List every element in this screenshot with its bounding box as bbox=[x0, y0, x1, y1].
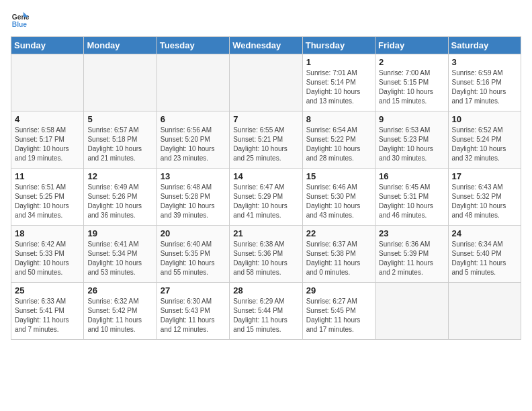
calendar-cell bbox=[157, 54, 229, 111]
day-info: Sunrise: 6:51 AM Sunset: 5:25 PM Dayligh… bbox=[15, 183, 80, 220]
day-number: 11 bbox=[15, 171, 80, 181]
day-number: 17 bbox=[452, 171, 517, 181]
day-info: Sunrise: 6:41 AM Sunset: 5:34 PM Dayligh… bbox=[87, 240, 152, 277]
calendar-cell: 23Sunrise: 6:36 AM Sunset: 5:39 PM Dayli… bbox=[375, 226, 448, 283]
day-info: Sunrise: 6:47 AM Sunset: 5:29 PM Dayligh… bbox=[233, 183, 298, 220]
day-info: Sunrise: 6:33 AM Sunset: 5:41 PM Dayligh… bbox=[15, 297, 80, 334]
weekday-header: Saturday bbox=[448, 37, 521, 54]
calendar-cell: 12Sunrise: 6:49 AM Sunset: 5:26 PM Dayli… bbox=[84, 169, 157, 226]
day-info: Sunrise: 7:01 AM Sunset: 5:14 PM Dayligh… bbox=[306, 68, 371, 106]
day-info: Sunrise: 6:30 AM Sunset: 5:43 PM Dayligh… bbox=[161, 297, 226, 334]
day-info: Sunrise: 6:52 AM Sunset: 5:24 PM Dayligh… bbox=[452, 126, 517, 163]
calendar-cell: 18Sunrise: 6:42 AM Sunset: 5:33 PM Dayli… bbox=[11, 226, 84, 283]
day-number: 3 bbox=[452, 57, 517, 67]
calendar-cell: 25Sunrise: 6:33 AM Sunset: 5:41 PM Dayli… bbox=[11, 283, 84, 340]
day-number: 12 bbox=[87, 171, 152, 181]
day-number: 18 bbox=[15, 228, 80, 238]
day-number: 4 bbox=[15, 114, 80, 124]
weekday-header: Tuesday bbox=[157, 37, 229, 54]
day-info: Sunrise: 6:36 AM Sunset: 5:39 PM Dayligh… bbox=[379, 240, 444, 277]
day-number: 6 bbox=[161, 114, 226, 124]
calendar-cell: 19Sunrise: 6:41 AM Sunset: 5:34 PM Dayli… bbox=[84, 226, 157, 283]
calendar-cell: 6Sunrise: 6:56 AM Sunset: 5:20 PM Daylig… bbox=[157, 111, 229, 169]
page-header: General Blue bbox=[11, 11, 521, 30]
weekday-header: Monday bbox=[84, 37, 157, 54]
calendar-week-row: 25Sunrise: 6:33 AM Sunset: 5:41 PM Dayli… bbox=[11, 283, 521, 340]
calendar-cell: 9Sunrise: 6:53 AM Sunset: 5:23 PM Daylig… bbox=[375, 111, 448, 169]
day-number: 9 bbox=[379, 114, 444, 124]
day-info: Sunrise: 6:59 AM Sunset: 5:16 PM Dayligh… bbox=[452, 68, 517, 106]
calendar-week-row: 4Sunrise: 6:58 AM Sunset: 5:17 PM Daylig… bbox=[11, 111, 521, 169]
day-number: 10 bbox=[452, 114, 517, 124]
calendar-cell: 4Sunrise: 6:58 AM Sunset: 5:17 PM Daylig… bbox=[11, 111, 84, 169]
calendar-cell: 21Sunrise: 6:38 AM Sunset: 5:36 PM Dayli… bbox=[230, 226, 302, 283]
day-info: Sunrise: 6:34 AM Sunset: 5:40 PM Dayligh… bbox=[452, 240, 517, 277]
calendar-week-row: 11Sunrise: 6:51 AM Sunset: 5:25 PM Dayli… bbox=[11, 169, 521, 226]
day-number: 23 bbox=[379, 228, 444, 238]
weekday-header-row: SundayMondayTuesdayWednesdayThursdayFrid… bbox=[11, 37, 521, 54]
day-info: Sunrise: 6:49 AM Sunset: 5:26 PM Dayligh… bbox=[87, 183, 152, 220]
calendar-cell: 8Sunrise: 6:54 AM Sunset: 5:22 PM Daylig… bbox=[302, 111, 375, 169]
day-info: Sunrise: 6:55 AM Sunset: 5:21 PM Dayligh… bbox=[233, 126, 298, 163]
day-number: 24 bbox=[452, 228, 517, 238]
day-number: 20 bbox=[161, 228, 226, 238]
day-number: 25 bbox=[15, 285, 80, 295]
calendar-table: SundayMondayTuesdayWednesdayThursdayFrid… bbox=[11, 36, 521, 340]
day-info: Sunrise: 6:27 AM Sunset: 5:45 PM Dayligh… bbox=[306, 297, 371, 334]
day-info: Sunrise: 6:32 AM Sunset: 5:42 PM Dayligh… bbox=[87, 297, 152, 334]
day-info: Sunrise: 6:45 AM Sunset: 5:31 PM Dayligh… bbox=[379, 183, 444, 220]
calendar-cell: 3Sunrise: 6:59 AM Sunset: 5:16 PM Daylig… bbox=[448, 54, 521, 111]
calendar-cell: 17Sunrise: 6:43 AM Sunset: 5:32 PM Dayli… bbox=[448, 169, 521, 226]
day-info: Sunrise: 6:56 AM Sunset: 5:20 PM Dayligh… bbox=[161, 126, 226, 163]
day-info: Sunrise: 6:46 AM Sunset: 5:30 PM Dayligh… bbox=[306, 183, 371, 220]
calendar-cell: 14Sunrise: 6:47 AM Sunset: 5:29 PM Dayli… bbox=[230, 169, 302, 226]
calendar-cell: 7Sunrise: 6:55 AM Sunset: 5:21 PM Daylig… bbox=[230, 111, 302, 169]
day-info: Sunrise: 6:37 AM Sunset: 5:38 PM Dayligh… bbox=[306, 240, 371, 277]
day-number: 15 bbox=[306, 171, 371, 181]
calendar-cell bbox=[375, 283, 448, 340]
day-info: Sunrise: 6:42 AM Sunset: 5:33 PM Dayligh… bbox=[15, 240, 80, 277]
calendar-week-row: 1Sunrise: 7:01 AM Sunset: 5:14 PM Daylig… bbox=[11, 54, 521, 111]
calendar-cell: 2Sunrise: 7:00 AM Sunset: 5:15 PM Daylig… bbox=[375, 54, 448, 111]
weekday-header: Wednesday bbox=[230, 37, 302, 54]
day-number: 2 bbox=[379, 57, 444, 67]
day-number: 14 bbox=[233, 171, 298, 181]
day-number: 27 bbox=[161, 285, 226, 295]
calendar-cell: 29Sunrise: 6:27 AM Sunset: 5:45 PM Dayli… bbox=[302, 283, 375, 340]
day-number: 29 bbox=[306, 285, 371, 295]
svg-text:Blue: Blue bbox=[12, 21, 28, 28]
calendar-cell: 10Sunrise: 6:52 AM Sunset: 5:24 PM Dayli… bbox=[448, 111, 521, 169]
day-info: Sunrise: 6:57 AM Sunset: 5:18 PM Dayligh… bbox=[87, 126, 152, 163]
calendar-cell: 16Sunrise: 6:45 AM Sunset: 5:31 PM Dayli… bbox=[375, 169, 448, 226]
day-number: 7 bbox=[233, 114, 298, 124]
logo-icon: General Blue bbox=[11, 11, 30, 30]
day-info: Sunrise: 6:54 AM Sunset: 5:22 PM Dayligh… bbox=[306, 126, 371, 163]
day-info: Sunrise: 6:48 AM Sunset: 5:28 PM Dayligh… bbox=[161, 183, 226, 220]
svg-text:General: General bbox=[12, 13, 30, 21]
calendar-cell: 24Sunrise: 6:34 AM Sunset: 5:40 PM Dayli… bbox=[448, 226, 521, 283]
calendar-cell: 28Sunrise: 6:29 AM Sunset: 5:44 PM Dayli… bbox=[230, 283, 302, 340]
calendar-cell: 22Sunrise: 6:37 AM Sunset: 5:38 PM Dayli… bbox=[302, 226, 375, 283]
day-number: 1 bbox=[306, 57, 371, 67]
calendar-cell bbox=[84, 54, 157, 111]
day-number: 13 bbox=[161, 171, 226, 181]
calendar-week-row: 18Sunrise: 6:42 AM Sunset: 5:33 PM Dayli… bbox=[11, 226, 521, 283]
weekday-header: Sunday bbox=[11, 37, 84, 54]
day-info: Sunrise: 6:40 AM Sunset: 5:35 PM Dayligh… bbox=[161, 240, 226, 277]
calendar-cell: 27Sunrise: 6:30 AM Sunset: 5:43 PM Dayli… bbox=[157, 283, 229, 340]
calendar-cell bbox=[448, 283, 521, 340]
calendar-cell bbox=[230, 54, 302, 111]
calendar-cell: 5Sunrise: 6:57 AM Sunset: 5:18 PM Daylig… bbox=[84, 111, 157, 169]
day-number: 5 bbox=[87, 114, 152, 124]
day-number: 16 bbox=[379, 171, 444, 181]
day-info: Sunrise: 6:38 AM Sunset: 5:36 PM Dayligh… bbox=[233, 240, 298, 277]
day-number: 19 bbox=[87, 228, 152, 238]
day-info: Sunrise: 6:29 AM Sunset: 5:44 PM Dayligh… bbox=[233, 297, 298, 334]
day-info: Sunrise: 6:53 AM Sunset: 5:23 PM Dayligh… bbox=[379, 126, 444, 163]
day-info: Sunrise: 7:00 AM Sunset: 5:15 PM Dayligh… bbox=[379, 68, 444, 106]
calendar-cell: 15Sunrise: 6:46 AM Sunset: 5:30 PM Dayli… bbox=[302, 169, 375, 226]
calendar-cell: 11Sunrise: 6:51 AM Sunset: 5:25 PM Dayli… bbox=[11, 169, 84, 226]
calendar-cell: 13Sunrise: 6:48 AM Sunset: 5:28 PM Dayli… bbox=[157, 169, 229, 226]
day-number: 21 bbox=[233, 228, 298, 238]
day-number: 8 bbox=[306, 114, 371, 124]
